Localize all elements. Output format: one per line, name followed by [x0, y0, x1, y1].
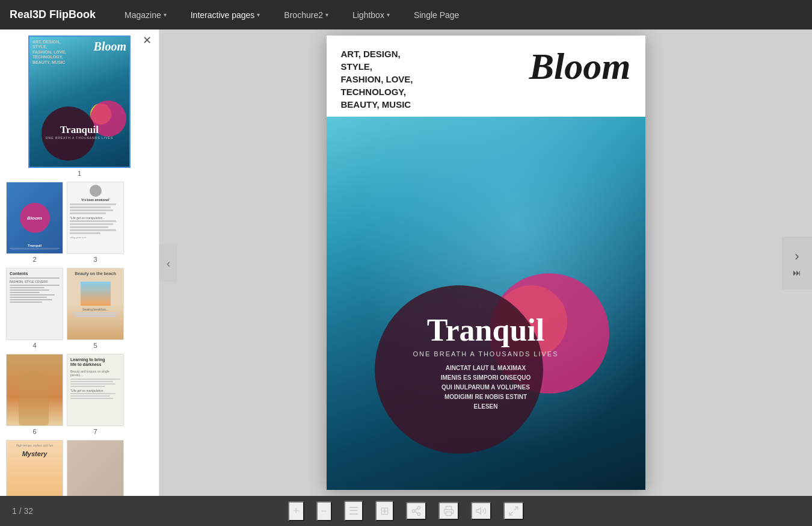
cover-figure: ©svge© Tranquil ONE BREATH A THOUSANDS L… — [327, 117, 645, 490]
cover-image: ©svge© Tranquil ONE BREATH A THOUSANDS L… — [327, 117, 645, 490]
nav-item-magazine[interactable]: Magazine ▾ — [120, 8, 171, 22]
thumbnail-page-6[interactable]: 6 — [6, 354, 63, 435]
sidebar-scroll[interactable]: ART, DESIGN,STYLE,FASHION, LOVE,TECHNOLO… — [0, 29, 159, 496]
sidebar: ✕ ART, DESIGN,STYLE,FASHION, LOVE,TECHNO… — [0, 29, 159, 496]
svg-point-1 — [412, 510, 415, 513]
thumbnail-page-2[interactable]: Bloom Tranquil 2 — [6, 182, 63, 263]
thumbnail-row-2-3: Bloom Tranquil 2 — [6, 182, 153, 263]
book-cover-page: ART, DESIGN,STYLE,FASHION, LOVE,TECHNOLO… — [327, 36, 645, 490]
share-button[interactable] — [406, 502, 426, 520]
svg-line-4 — [414, 509, 417, 510]
close-icon[interactable]: ✕ — [141, 34, 153, 46]
cover-subtitle: ONE BREATH A THOUSANDS LIVES — [327, 350, 645, 357]
next-page-button[interactable]: › ⏭ — [782, 237, 812, 289]
top-navigation: Real3D FlipBook Magazine ▾ Interactive p… — [0, 0, 812, 29]
thumbnail-page-1[interactable]: ART, DESIGN,STYLE,FASHION, LOVE,TECHNOLO… — [6, 36, 153, 177]
thumbnail-label-6: 6 — [32, 428, 36, 435]
thumbnail-label-4: 4 — [32, 342, 36, 349]
app-brand: Real3D FlipBook — [10, 8, 96, 21]
page-indicator: 1 / 32 — [0, 496, 33, 526]
thumbnail-image-8: High tempo, stylism and fun Mystery — [6, 440, 63, 496]
svg-rect-5 — [446, 512, 452, 516]
chevron-down-icon: ▾ — [387, 11, 390, 18]
main-area: ✕ ART, DESIGN,STYLE,FASHION, LOVE,TECHNO… — [0, 29, 812, 496]
cover-top-section: ART, DESIGN,STYLE,FASHION, LOVE,TECHNOLO… — [327, 36, 645, 117]
thumbnail-label-1: 1 — [78, 170, 81, 177]
nav-item-singlepage[interactable]: Single Page — [409, 8, 464, 22]
chevron-left-icon: ‹ — [167, 256, 171, 270]
thumbnail-label-2: 2 — [32, 256, 36, 263]
chevron-right-icon: › — [795, 249, 799, 264]
thumbnail-page-9[interactable] — [67, 440, 124, 496]
content-area: ‹ ART, DESIGN,STYLE,FASHION, LOVE,TECHNO… — [159, 29, 812, 496]
thumbnail-image-9 — [67, 440, 124, 496]
thumbnail-row-4-5: Contents FASHION, STYLE COVERS — [6, 268, 153, 349]
book-viewer[interactable]: ART, DESIGN,STYLE,FASHION, LOVE,TECHNOLO… — [327, 36, 645, 490]
svg-point-0 — [417, 507, 420, 510]
thumbnail-image-6 — [6, 354, 63, 426]
thumbnail-page-5[interactable]: Beauty on the beach Seating breakfast...… — [67, 268, 124, 349]
thumbnail-image-3: 'it's been emotional' "Life get so manip… — [67, 182, 124, 254]
svg-point-2 — [417, 513, 420, 516]
prev-page-button[interactable]: ‹ — [159, 244, 177, 282]
cover-title-overlay: Tranquil ONE BREATH A THOUSANDS LIVES AI… — [327, 312, 645, 412]
thumbnail-label-3: 3 — [93, 256, 97, 263]
print-button[interactable] — [438, 502, 459, 520]
svg-line-8 — [509, 512, 512, 515]
zoom-out-button[interactable]: − — [316, 501, 333, 521]
bottom-toolbar: 1 / 32 + − ☰ ⊞ — [0, 496, 812, 526]
cover-body-text: AINCTAT LAUT IL MAXIMAX IMENIS ES SIMPOR… — [327, 364, 645, 412]
thumbnail-row-8-9: High tempo, stylism and fun Mystery 8 — [6, 440, 153, 496]
cover-brand: Bloom — [529, 48, 631, 85]
sound-button[interactable] — [471, 502, 491, 520]
thumbnail-image-5: Beauty on the beach Seating breakfast... — [67, 268, 124, 340]
thumbnail-label-5: 5 — [93, 342, 97, 349]
nav-item-interactive[interactable]: Interactive pages ▾ — [186, 8, 265, 22]
thumbnail-page-8[interactable]: High tempo, stylism and fun Mystery 8 — [6, 440, 63, 496]
chevron-down-icon: ▾ — [257, 11, 260, 18]
thumbnail-label-7: 7 — [93, 428, 97, 435]
svg-line-7 — [515, 507, 518, 510]
thumbnail-image-7: Learning to bringlife to darkness Beauty… — [67, 354, 124, 426]
chevron-down-icon: ▾ — [164, 11, 167, 18]
chevron-down-icon: ▾ — [325, 11, 328, 18]
grid-view-button[interactable]: ⊞ — [375, 501, 394, 521]
cover-title: Tranquil — [327, 312, 645, 348]
cover-tagline: ART, DESIGN,STYLE,FASHION, LOVE,TECHNOLO… — [341, 48, 413, 111]
nav-item-lightbox[interactable]: Lightbox ▾ — [348, 8, 395, 22]
thumbnail-image-2: Bloom Tranquil — [6, 182, 63, 254]
thumbnail-page-3[interactable]: 'it's been emotional' "Life get so manip… — [67, 182, 124, 263]
svg-line-3 — [414, 512, 417, 513]
nav-item-brochure[interactable]: Brochure2 ▾ — [279, 8, 333, 22]
thumbnail-image-4: Contents FASHION, STYLE COVERS — [6, 268, 63, 340]
list-view-button[interactable]: ☰ — [344, 501, 363, 521]
zoom-in-button[interactable]: + — [288, 501, 304, 521]
thumbnail-image-1: ART, DESIGN,STYLE,FASHION, LOVE,TECHNOLO… — [28, 36, 131, 168]
thumbnail-page-4[interactable]: Contents FASHION, STYLE COVERS — [6, 268, 63, 349]
last-page-icon: ⏭ — [793, 268, 801, 277]
thumbnail-row-6-7: 6 Learning to bringlife to darkness Beau… — [6, 354, 153, 435]
fullscreen-button[interactable] — [503, 502, 524, 520]
svg-marker-6 — [477, 508, 481, 515]
thumbnail-page-7[interactable]: Learning to bringlife to darkness Beauty… — [67, 354, 124, 435]
